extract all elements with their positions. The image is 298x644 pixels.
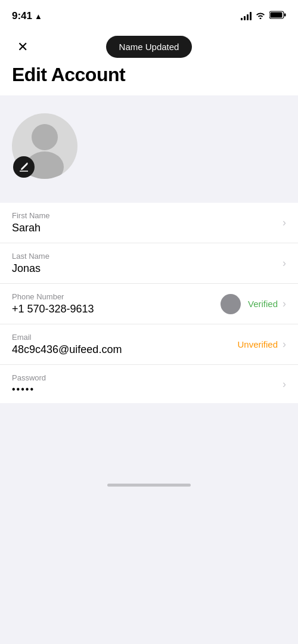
- password-label: Password: [12, 373, 283, 382]
- header-top: ✕ Name Updated: [12, 36, 286, 58]
- last-name-content: Last Name Jonas: [12, 252, 283, 275]
- close-button[interactable]: ✕: [12, 36, 33, 58]
- wifi-icon: [255, 11, 266, 21]
- chevron-icon: ›: [283, 338, 286, 351]
- last-name-right: ›: [283, 257, 286, 270]
- svg-rect-1: [271, 13, 283, 18]
- avatar-wrapper: [12, 113, 77, 179]
- last-name-row[interactable]: Last Name Jonas ›: [0, 243, 298, 284]
- header: ✕ Name Updated Edit Account: [0, 30, 298, 95]
- avatar-section: [0, 95, 298, 193]
- email-label: Email: [12, 333, 237, 342]
- first-name-content: First Name Sarah: [12, 211, 283, 234]
- phone-number-row[interactable]: Phone Number +1 570-328-9613 Verified ›: [0, 284, 298, 324]
- chevron-icon: ›: [283, 298, 286, 310]
- status-time: 9:41 ▲: [12, 10, 42, 22]
- last-name-value: Jonas: [12, 262, 283, 275]
- toast-notification: Name Updated: [106, 36, 193, 58]
- home-indicator: [107, 484, 191, 487]
- email-row[interactable]: Email 48c9c436@uifeed.com Unverified ›: [0, 324, 298, 365]
- status-icons: [241, 11, 286, 21]
- location-icon: ▲: [35, 12, 42, 21]
- svg-rect-2: [284, 14, 286, 17]
- bottom-area: [0, 413, 298, 496]
- phone-toggle[interactable]: [221, 294, 241, 314]
- email-content: Email 48c9c436@uifeed.com: [12, 333, 237, 356]
- password-right: ›: [283, 378, 286, 391]
- first-name-row[interactable]: First Name Sarah ›: [0, 203, 298, 243]
- phone-number-content: Phone Number +1 570-328-9613: [12, 292, 221, 315]
- password-content: Password •••••: [12, 373, 283, 395]
- battery-icon: [269, 11, 286, 21]
- password-value: •••••: [12, 384, 283, 395]
- password-row[interactable]: Password ••••• ›: [0, 365, 298, 403]
- chevron-icon: ›: [283, 216, 286, 229]
- edit-avatar-button[interactable]: [13, 156, 35, 178]
- fields-section: First Name Sarah › Last Name Jonas › Pho…: [0, 203, 298, 403]
- signal-icon: [241, 12, 252, 20]
- section-divider-1: [0, 193, 298, 203]
- first-name-label: First Name: [12, 211, 283, 220]
- phone-number-label: Phone Number: [12, 292, 221, 301]
- pencil-icon: [18, 162, 29, 172]
- first-name-value: Sarah: [12, 222, 283, 234]
- svg-point-3: [32, 124, 58, 150]
- page-title: Edit Account: [12, 64, 286, 86]
- status-bar: 9:41 ▲: [0, 0, 298, 30]
- chevron-icon: ›: [283, 257, 286, 270]
- section-divider-2: [0, 403, 298, 413]
- first-name-right: ›: [283, 216, 286, 229]
- email-value: 48c9c436@uifeed.com: [12, 343, 237, 356]
- verified-badge: Verified: [248, 299, 278, 309]
- unverified-badge: Unverified: [237, 339, 278, 349]
- email-right: Unverified ›: [237, 338, 286, 351]
- phone-number-right: Verified ›: [221, 294, 286, 314]
- last-name-label: Last Name: [12, 252, 283, 261]
- chevron-icon: ›: [283, 378, 286, 391]
- phone-number-value: +1 570-328-9613: [12, 303, 221, 315]
